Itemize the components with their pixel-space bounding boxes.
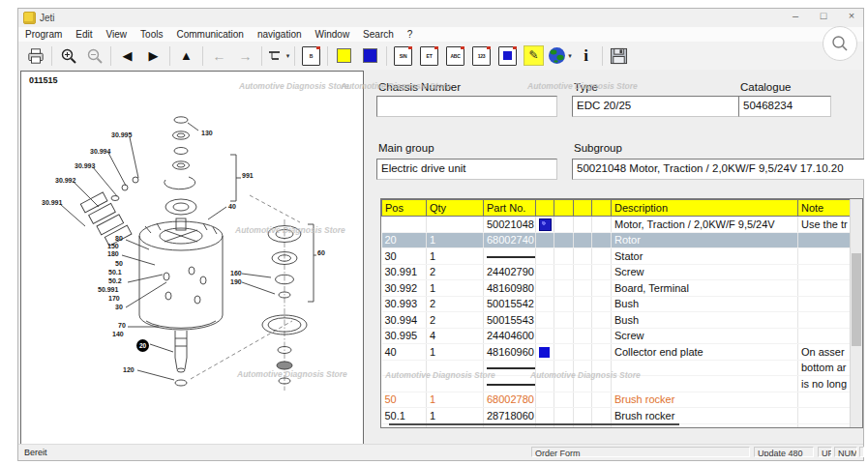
parts-row-30.993[interactable]: 30.993250015542Bush [382, 296, 864, 312]
zoom-in-icon[interactable] [55, 44, 81, 68]
back-icon[interactable]: ← [206, 44, 232, 68]
callout-130[interactable]: 130 [201, 130, 213, 136]
chassis-number-field[interactable] [376, 96, 557, 117]
callout-30.993[interactable]: 30.993 [75, 162, 95, 169]
previous-item-icon[interactable]: ◀ [114, 44, 140, 68]
forward-icon[interactable]: → [232, 44, 258, 68]
callout-180[interactable]: 180 [107, 250, 119, 257]
callout-991[interactable]: 991 [242, 172, 254, 179]
no-part-dash [487, 256, 536, 258]
callout-30.992[interactable]: 30.992 [55, 177, 75, 184]
callout-30.995[interactable]: 30.995 [111, 131, 132, 138]
callout-160[interactable]: 160 [230, 270, 242, 276]
minimize-button[interactable]: – [790, 10, 801, 21]
callout-30.991[interactable]: 30.991 [42, 199, 62, 206]
menu-item-search[interactable]: Search [363, 29, 394, 40]
print-icon[interactable] [22, 44, 48, 68]
horizontal-scroll-line[interactable] [389, 423, 679, 425]
yellow-marker-icon[interactable] [331, 44, 357, 68]
alpha-index-icon[interactable]: ABC [442, 44, 468, 68]
parts-row-50.1[interactable]: 50.1128718060Brush rocker [382, 408, 864, 424]
menu-item-help[interactable]: ? [407, 29, 413, 40]
status-section-update-480: Update 480 [754, 447, 814, 457]
toolbar-separator [294, 46, 295, 66]
spare-parts-et-icon[interactable]: ET [416, 44, 442, 68]
callout-70[interactable]: 70 [118, 322, 126, 329]
callout-40[interactable]: 40 [228, 203, 236, 210]
no-part-dash [487, 367, 536, 369]
menu-bar: ProgramEditViewToolsCommunicationnavigat… [18, 27, 863, 43]
callout-50.991[interactable]: 50.991 [98, 286, 118, 293]
parts-row-30.992[interactable]: 30.992148160980Board, Terminal [382, 280, 864, 297]
callout-80[interactable]: 80 [115, 235, 123, 242]
subgroup-field[interactable]: 50021048 Motor, Traction / 2,0KW/F 9,5/2… [572, 159, 864, 180]
parts-row-40[interactable]: 40148160960Collector end plateOn asser [382, 344, 864, 361]
callout-30.994[interactable]: 30.994 [90, 148, 110, 155]
callout-50.2[interactable]: 50.2 [108, 277, 122, 284]
blue-book-icon[interactable] [494, 44, 521, 68]
status-section-blank [859, 447, 864, 457]
parts-row-30[interactable]: 301Stator [382, 248, 864, 265]
save-icon[interactable] [606, 44, 632, 68]
parts-row[interactable]: 50021048Motor, Traction / 2,0KW/F 9,5/24… [382, 217, 864, 233]
callout-60[interactable]: 60 [317, 249, 325, 256]
close-button[interactable]: × [846, 10, 857, 21]
zoom-out-icon[interactable] [81, 44, 107, 68]
callout-140[interactable]: 140 [112, 331, 124, 337]
maximize-button[interactable]: □ [818, 10, 829, 21]
info-icon[interactable]: i [573, 44, 599, 68]
status-bar: Bereit Order FormUpdate 480UFNUM [18, 444, 863, 460]
column-header-blank [536, 200, 554, 217]
menu-item-program[interactable]: Program [25, 29, 62, 40]
exploded-drawing-panel[interactable]: 011515 [20, 71, 364, 448]
up-level-icon[interactable]: ▲ [173, 44, 199, 68]
callout-50[interactable]: 50 [115, 260, 123, 267]
serial-number-icon[interactable]: S/N [390, 44, 416, 68]
menu-item-edit[interactable]: Edit [75, 29, 92, 40]
menu-item-window[interactable]: Window [315, 29, 350, 40]
kit-icon [595, 427, 609, 428]
numeric-index-icon[interactable]: 123 [468, 44, 494, 68]
callout-190[interactable]: 190 [230, 278, 242, 285]
order-edit-icon[interactable]: ✎ [521, 44, 547, 68]
callout-150[interactable]: 150 [107, 243, 119, 249]
catalogue-label: Catalogue [740, 81, 791, 93]
toolbar: ◀▶▲←→▾BS/NETABC123✎▾i [18, 42, 863, 71]
blue-doc-icon [539, 218, 552, 231]
menu-item-view[interactable]: View [106, 29, 128, 40]
menu-item-tools[interactable]: Tools [140, 29, 163, 40]
column-header-part-no-: Part No. [484, 200, 536, 217]
main-group-field[interactable]: Electric drive unit [376, 159, 557, 180]
tree-view-icon[interactable]: ▾ [265, 44, 291, 68]
parts-row-20[interactable]: 20168002740Rotor [382, 232, 864, 248]
parts-row-30.995[interactable]: 30.995424404600Screw [382, 328, 864, 344]
parts-row[interactable]: bottom ar [382, 360, 864, 376]
globe-icon[interactable]: ▾ [547, 44, 573, 68]
column-header-blank [554, 200, 574, 217]
column-header-qty: Qty [427, 200, 484, 217]
toolbar-separator [327, 46, 328, 66]
vertical-scrollbar[interactable] [850, 199, 862, 427]
title-bar: Jeti – □ × [18, 9, 863, 27]
callout-120[interactable]: 120 [123, 366, 135, 373]
parts-row-30.994[interactable]: 30.994250015543Bush [382, 312, 864, 329]
parts-row-30.991[interactable]: 30.991224402790Screw [382, 264, 864, 280]
parts-row-50[interactable]: 50168002780Brush rocker [382, 392, 864, 408]
toolbar-separator [602, 46, 603, 66]
callout-20[interactable]: 20 [136, 339, 149, 352]
catalogue-field[interactable]: 50468234 [738, 96, 831, 117]
next-item-icon[interactable]: ▶ [140, 44, 166, 68]
scrollbar-thumb[interactable] [852, 253, 861, 346]
menu-item-communication[interactable]: Communication [176, 29, 243, 40]
blue-marker-icon[interactable] [357, 44, 383, 68]
type-field[interactable]: EDC 20/25 [572, 96, 748, 117]
parts-row[interactable]: is no long [382, 376, 864, 392]
callout-30[interactable]: 30 [115, 304, 123, 310]
main-group-label: Main group [378, 142, 434, 154]
search-overlay-button[interactable] [823, 26, 857, 61]
menu-item-navigation[interactable]: navigation [257, 29, 302, 40]
toolbar-separator [202, 46, 203, 66]
document-b-icon[interactable]: B [298, 44, 324, 68]
callout-170[interactable]: 170 [108, 295, 120, 302]
callout-50.1[interactable]: 50.1 [108, 269, 122, 276]
